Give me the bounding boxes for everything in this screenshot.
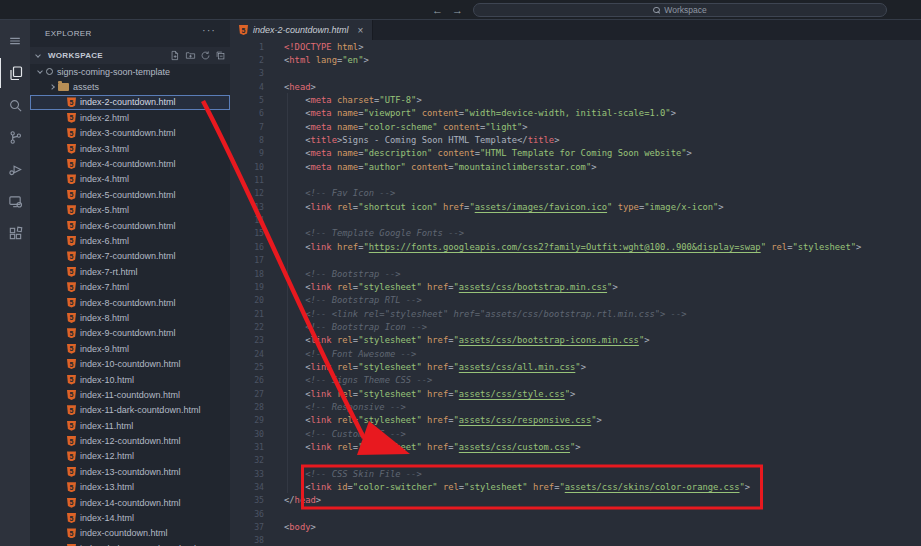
file-item[interactable]: 5index-14-countdown.html [30,495,230,510]
code-line[interactable]: 8 <title>Signs - Coming Soon HTML Templa… [230,133,921,146]
file-item[interactable]: 5index-countdown.html [30,526,230,541]
file-item[interactable]: 5index-2-countdown.html [30,95,230,110]
file-item[interactable]: 5index-4.html [30,172,230,187]
code-line[interactable]: 31 <link rel="stylesheet" href="assets/c… [230,440,921,453]
code-line[interactable]: 16 <link href="https://fonts.googleapis.… [230,240,921,253]
file-item[interactable]: 5index-5-countdown.html [30,187,230,202]
back-icon[interactable]: ← [432,2,443,18]
run-debug-icon[interactable] [0,154,30,184]
code-line[interactable]: 36 [230,507,921,520]
code-line[interactable]: 32 [230,454,921,467]
code-line[interactable]: 28 <!-- Responsive --> [230,400,921,413]
code-line[interactable]: 6 <meta name="viewport" content="width=d… [230,107,921,120]
file-item[interactable]: 5index-8-countdown.html [30,295,230,310]
remote-explorer-icon[interactable] [0,186,30,216]
code-line[interactable]: 38 [230,534,921,546]
search-view-icon[interactable] [0,90,30,120]
file-item[interactable]: 5index-14.html [30,510,230,525]
line-number: 8 [230,135,264,145]
code-line[interactable]: 20 <!-- Bootstrap RTL --> [230,294,921,307]
code-line[interactable]: 14 [230,213,921,226]
line-number: 9 [230,148,264,158]
line-number: 22 [230,322,264,332]
line-number: 36 [230,509,264,519]
code-line[interactable]: 35</head> [230,494,921,507]
code-line[interactable]: 23 <link rel="stylesheet" href="assets/c… [230,334,921,347]
code-line[interactable]: 26 <!-- Signs Theme CSS --> [230,374,921,387]
search-placeholder: Workspace [664,5,706,15]
code-line[interactable]: 37<body> [230,520,921,533]
close-icon[interactable]: × [358,25,364,36]
code-line[interactable]: 24 <!-- Font Awesome --> [230,347,921,360]
forward-icon[interactable]: → [452,2,463,18]
new-folder-icon[interactable] [185,50,196,61]
file-item[interactable]: 5index-8.html [30,310,230,325]
file-item[interactable]: 5index-10.html [30,372,230,387]
file-item[interactable]: 5index-3-countdown.html [30,126,230,141]
source-control-icon[interactable] [0,122,30,152]
explorer-icon[interactable] [0,58,30,88]
tree-folder-assets[interactable]: assets [30,79,230,94]
code-line[interactable]: 18 <!-- Bootstrap --> [230,267,921,280]
file-item[interactable]: 5index-7.html [30,279,230,294]
file-item[interactable]: 5index-4-countdown.html [30,156,230,171]
code-line[interactable]: 15 <!-- Template Google Fonts --> [230,227,921,240]
code-line[interactable]: 34 <link id="color-switcher" rel="styles… [230,480,921,493]
file-item[interactable]: 5index-13-countdown.html [30,464,230,479]
code-line[interactable]: 27 <link rel="stylesheet" href="assets/c… [230,387,921,400]
file-item[interactable]: 5index-dark-6-countdown.html [30,541,230,546]
code-line[interactable]: 5 <meta charset="UTF-8"> [230,93,921,106]
file-item[interactable]: 5index-11-countdown.html [30,387,230,402]
file-item[interactable]: 5index-12-countdown.html [30,433,230,448]
code-line[interactable]: 4<head> [230,80,921,93]
file-item[interactable]: 5index-10-countdown.html [30,356,230,371]
code-line[interactable]: 25 <link rel="stylesheet" href="assets/c… [230,360,921,373]
code-line[interactable]: 3 [230,67,921,80]
collapse-all-icon[interactable] [215,50,226,61]
file-item[interactable]: 5index-12.html [30,449,230,464]
file-item[interactable]: 5index-13.html [30,480,230,495]
tab-index-2-countdown[interactable]: 5 index-2-countdown.html × [230,20,373,40]
file-item[interactable]: 5index-6-countdown.html [30,218,230,233]
code-line[interactable]: 19 <link rel="stylesheet" href="assets/c… [230,280,921,293]
file-item[interactable]: 5index-7-rt.html [30,264,230,279]
code-line[interactable]: 22 <!-- Bootstrap Icon --> [230,320,921,333]
file-item[interactable]: 5index-3.html [30,141,230,156]
code-line[interactable]: 1<!DOCTYPE html> [230,40,921,53]
file-item[interactable]: 5index-2.html [30,110,230,125]
html-file-icon: 5 [67,344,76,354]
code-text: <meta name="author" content="mountaincli… [264,162,597,172]
file-item[interactable]: 5index-9-countdown.html [30,326,230,341]
file-item[interactable]: 5index-5.html [30,203,230,218]
code-text: <!-- Responsive --> [264,402,406,412]
menu-icon[interactable] [0,26,30,56]
file-item[interactable]: 5index-7-countdown.html [30,249,230,264]
html-file-icon: 5 [67,282,76,292]
code-line[interactable]: 30 <!-- Custom CSS --> [230,427,921,440]
code-line[interactable]: 29 <link rel="stylesheet" href="assets/c… [230,414,921,427]
file-item[interactable]: 5index-6.html [30,233,230,248]
code-line[interactable]: 13 <link rel="shortcut icon" href="asset… [230,200,921,213]
tree-root-folder[interactable]: signs-coming-soon-template [30,64,230,79]
explorer-more-actions-icon[interactable]: ··· [202,24,216,36]
code-line[interactable]: 11 [230,173,921,186]
html-file-icon: 5 [67,528,76,538]
code-line[interactable]: 9 <meta name="description" content="HTML… [230,147,921,160]
code-line[interactable]: 17 [230,254,921,267]
code-line[interactable]: 7 <meta name="color-scheme" content="lig… [230,120,921,133]
file-item[interactable]: 5index-9.html [30,341,230,356]
workspace-section-header[interactable]: WORKSPACE [30,47,230,64]
new-file-icon[interactable] [170,50,181,61]
extensions-icon[interactable] [0,218,30,248]
code-area[interactable]: 1<!DOCTYPE html>2<html lang="en">34<head… [230,40,921,546]
command-center-search[interactable]: Workspace [473,3,887,17]
code-line[interactable]: 33 <!-- CSS Skin File --> [230,467,921,480]
code-line[interactable]: 10 <meta name="author" content="mountain… [230,160,921,173]
file-item[interactable]: 5index-11-dark-countdown.html [30,403,230,418]
refresh-icon[interactable] [200,50,211,61]
code-line[interactable]: 21 <!-- <link rel="stylesheet" href="ass… [230,307,921,320]
code-line[interactable]: 12 <!-- Fav Icon --> [230,187,921,200]
file-item[interactable]: 5index-11.html [30,418,230,433]
code-text: <html lang="en"> [264,55,369,65]
code-line[interactable]: 2<html lang="en"> [230,53,921,66]
